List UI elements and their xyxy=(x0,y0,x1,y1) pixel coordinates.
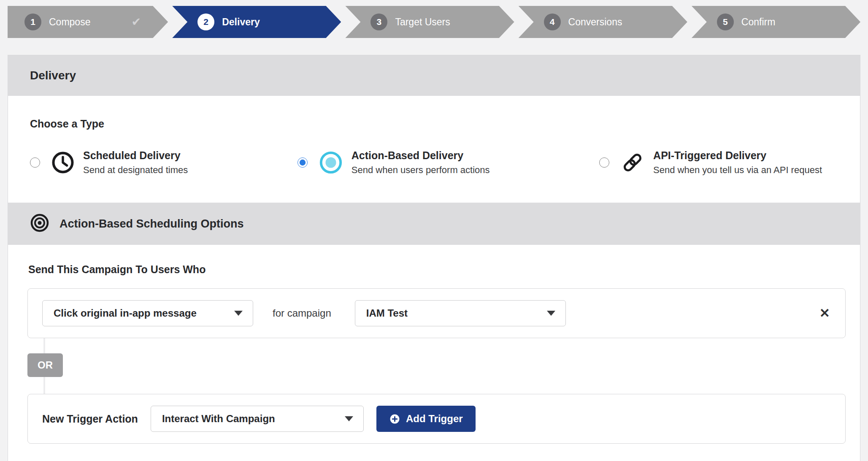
target-icon xyxy=(319,150,343,175)
campaign-stepper: 1 Compose ✔ 2 Delivery 3 Target Users 4 … xyxy=(8,6,860,38)
for-campaign-label: for campaign xyxy=(273,307,331,319)
option-subtitle: Send at designated times xyxy=(83,165,188,176)
option-title: Action-Based Delivery xyxy=(352,149,490,162)
delivery-type-option-api-triggered[interactable]: API-Triggered Delivery Send when you tel… xyxy=(599,149,822,176)
add-trigger-button-label: Add Trigger xyxy=(406,413,463,425)
step-number-badge: 2 xyxy=(197,14,214,30)
chevron-down-icon xyxy=(234,311,243,316)
section-header-title: Action-Based Scheduling Options xyxy=(59,217,244,230)
option-title: Scheduled Delivery xyxy=(83,149,188,162)
step-label: Conversions xyxy=(568,16,622,28)
action-based-options-header: Action-Based Scheduling Options xyxy=(8,203,860,245)
step-label: Delivery xyxy=(222,16,260,28)
stepper-step-target-users[interactable]: 3 Target Users xyxy=(345,6,514,38)
add-trigger-button[interactable]: Add Trigger xyxy=(376,406,476,432)
step-label: Compose xyxy=(49,16,90,28)
clock-icon xyxy=(51,151,75,174)
option-subtitle: Send when you tell us via an API request xyxy=(653,165,822,176)
stepper-step-conversions[interactable]: 4 Conversions xyxy=(519,6,687,38)
remove-trigger-button[interactable]: ✕ xyxy=(819,307,830,320)
send-to-heading: Send This Campaign To Users Who xyxy=(28,263,846,276)
choose-type-heading: Choose a Type xyxy=(30,118,822,130)
step-number-badge: 4 xyxy=(544,14,561,30)
campaign-delivery-page: 1 Compose ✔ 2 Delivery 3 Target Users 4 … xyxy=(0,6,868,461)
trigger-action-select[interactable]: Click original in-app message xyxy=(42,300,253,326)
delivery-type-option-scheduled[interactable]: Scheduled Delivery Send at designated ti… xyxy=(30,149,188,176)
choose-type-section: Choose a Type Scheduled Delivery Send at… xyxy=(8,96,860,203)
stepper-step-confirm[interactable]: 5 Confirm xyxy=(692,6,860,38)
stepper-step-delivery[interactable]: 2 Delivery xyxy=(172,6,341,38)
stepper-step-compose[interactable]: 1 Compose ✔ xyxy=(8,6,168,38)
campaign-select-value: IAM Test xyxy=(366,307,408,319)
trigger-action-value: Click original in-app message xyxy=(54,307,197,319)
api-triggered-delivery-radio[interactable] xyxy=(599,157,609,168)
new-trigger-row: New Trigger Action Interact With Campaig… xyxy=(27,394,846,444)
option-subtitle: Send when users perform actions xyxy=(352,165,490,176)
option-title: API-Triggered Delivery xyxy=(653,149,822,162)
option-text: Scheduled Delivery Send at designated ti… xyxy=(83,149,188,176)
new-trigger-action-value: Interact With Campaign xyxy=(162,413,275,425)
option-text: API-Triggered Delivery Send when you tel… xyxy=(653,149,822,176)
or-connector: OR xyxy=(27,338,846,394)
page-title: Delivery xyxy=(30,69,76,82)
delivery-type-option-action-based[interactable]: Action-Based Delivery Send when users pe… xyxy=(297,149,490,176)
bullseye-icon xyxy=(30,213,49,234)
option-text: Action-Based Delivery Send when users pe… xyxy=(352,149,490,176)
delivery-type-options: Scheduled Delivery Send at designated ti… xyxy=(30,149,822,176)
plus-circle-icon xyxy=(389,413,400,425)
trigger-row: Click original in-app message for campai… xyxy=(27,288,846,338)
step-label: Confirm xyxy=(741,16,776,28)
scheduled-delivery-radio[interactable] xyxy=(30,157,40,168)
delivery-card: Delivery Choose a Type Scheduled Deliver… xyxy=(8,55,860,461)
step-number-badge: 3 xyxy=(370,14,387,30)
check-icon: ✔ xyxy=(132,15,141,29)
chevron-down-icon xyxy=(547,311,555,316)
chevron-down-icon xyxy=(345,416,353,421)
card-header: Delivery xyxy=(8,55,860,96)
api-link-icon xyxy=(620,150,645,175)
new-trigger-label: New Trigger Action xyxy=(42,413,138,425)
campaign-select[interactable]: IAM Test xyxy=(355,300,566,326)
or-badge: OR xyxy=(27,353,63,377)
step-number-badge: 5 xyxy=(717,14,734,30)
new-trigger-action-select[interactable]: Interact With Campaign xyxy=(151,406,364,432)
action-based-delivery-radio[interactable] xyxy=(297,157,308,168)
step-number-badge: 1 xyxy=(24,14,41,30)
step-label: Target Users xyxy=(395,16,450,28)
triggers-section: Send This Campaign To Users Who Click or… xyxy=(8,245,860,461)
